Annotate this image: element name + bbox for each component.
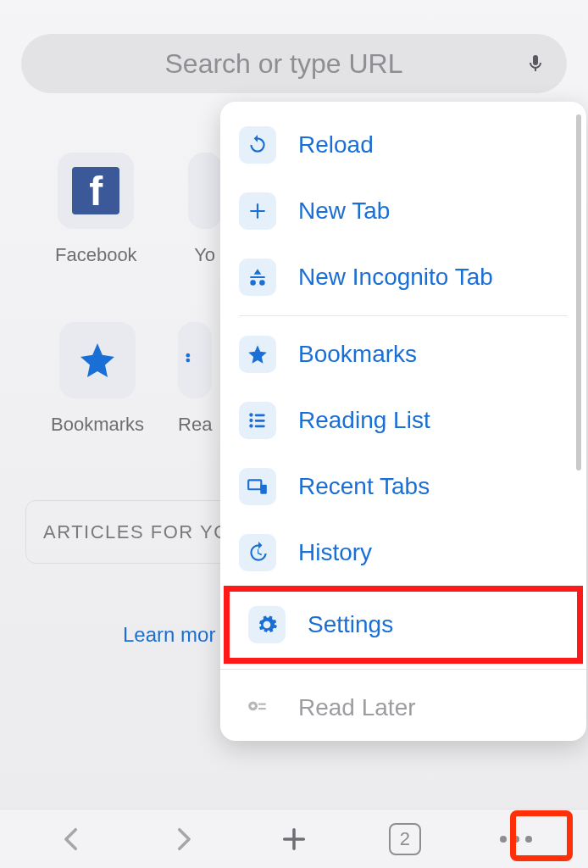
svg-rect-12 bbox=[258, 708, 266, 709]
bottom-toolbar: 2 bbox=[0, 809, 588, 868]
menu-item-history[interactable]: History bbox=[220, 520, 586, 586]
menu-label: Settings bbox=[308, 611, 393, 638]
search-placeholder: Search or type URL bbox=[42, 48, 525, 80]
menu-divider bbox=[239, 315, 568, 316]
menu-label: Reading List bbox=[298, 407, 430, 434]
youtube-icon bbox=[188, 153, 222, 229]
microphone-icon[interactable] bbox=[525, 49, 546, 78]
svg-point-4 bbox=[249, 419, 252, 422]
articles-heading: ARTICLES FOR YO bbox=[25, 500, 246, 564]
svg-rect-7 bbox=[255, 425, 265, 427]
overflow-menu: Reload New Tab New Incognito Tab Bookmar… bbox=[220, 102, 586, 741]
menu-label: History bbox=[298, 539, 372, 566]
list-icon bbox=[178, 322, 212, 398]
star-icon bbox=[239, 336, 276, 373]
learn-more-link[interactable]: Learn mor bbox=[123, 623, 215, 647]
shortcut-label: Bookmarks bbox=[51, 414, 144, 436]
read-later-icon bbox=[239, 689, 276, 726]
menu-label: Bookmarks bbox=[298, 341, 417, 368]
shortcut-label: Rea bbox=[178, 414, 212, 436]
menu-label: Reload bbox=[298, 131, 374, 159]
list-icon bbox=[239, 402, 276, 439]
shortcut-label: Facebook bbox=[55, 244, 137, 266]
menu-item-new-tab[interactable]: New Tab bbox=[220, 178, 586, 244]
svg-rect-5 bbox=[255, 420, 265, 422]
new-tab-button[interactable] bbox=[273, 818, 315, 860]
menu-item-reload[interactable]: Reload bbox=[220, 112, 586, 178]
svg-point-1 bbox=[186, 359, 191, 363]
menu-label: New Tab bbox=[298, 198, 390, 225]
shortcut-reading-list[interactable]: Rea bbox=[178, 322, 212, 436]
shortcut-bookmarks[interactable]: Bookmarks bbox=[51, 322, 144, 436]
plus-icon bbox=[239, 192, 276, 230]
devices-icon bbox=[239, 468, 276, 505]
search-bar[interactable]: Search or type URL bbox=[21, 34, 567, 93]
shortcuts-row-2: Bookmarks Rea bbox=[51, 322, 212, 436]
menu-item-reading-list[interactable]: Reading List bbox=[220, 387, 586, 453]
svg-rect-3 bbox=[255, 414, 265, 416]
scrollbar[interactable] bbox=[576, 114, 581, 470]
menu-label: New Incognito Tab bbox=[298, 264, 493, 291]
forward-button[interactable] bbox=[162, 818, 204, 860]
svg-point-2 bbox=[249, 413, 252, 416]
menu-label: Recent Tabs bbox=[298, 473, 430, 500]
svg-point-0 bbox=[186, 353, 191, 358]
tab-count: 2 bbox=[389, 823, 421, 855]
incognito-icon bbox=[239, 259, 276, 296]
shortcut-youtube[interactable]: Yo bbox=[188, 153, 222, 266]
back-button[interactable] bbox=[51, 818, 93, 860]
menu-divider bbox=[220, 669, 586, 670]
menu-item-read-later[interactable]: Read Later bbox=[220, 675, 586, 741]
svg-rect-8 bbox=[248, 480, 261, 489]
shortcuts-row-1: f Facebook Yo bbox=[55, 153, 222, 266]
svg-rect-9 bbox=[260, 485, 267, 494]
star-icon bbox=[59, 322, 136, 398]
tabs-button[interactable]: 2 bbox=[384, 818, 426, 860]
menu-label: Read Later bbox=[298, 694, 416, 721]
shortcut-facebook[interactable]: f Facebook bbox=[55, 153, 137, 266]
history-icon bbox=[239, 534, 276, 571]
shortcut-label: Yo bbox=[194, 244, 215, 266]
svg-rect-11 bbox=[258, 704, 266, 705]
svg-point-6 bbox=[249, 424, 252, 427]
more-button-highlight bbox=[510, 810, 573, 861]
menu-item-settings[interactable]: Settings bbox=[224, 586, 583, 664]
reload-icon bbox=[239, 126, 276, 164]
articles-heading-text: ARTICLES FOR YO bbox=[43, 521, 230, 543]
facebook-icon: f bbox=[58, 153, 134, 229]
menu-item-incognito[interactable]: New Incognito Tab bbox=[220, 244, 586, 310]
menu-item-bookmarks[interactable]: Bookmarks bbox=[220, 321, 586, 387]
menu-item-recent-tabs[interactable]: Recent Tabs bbox=[220, 453, 586, 520]
gear-icon bbox=[248, 606, 286, 643]
